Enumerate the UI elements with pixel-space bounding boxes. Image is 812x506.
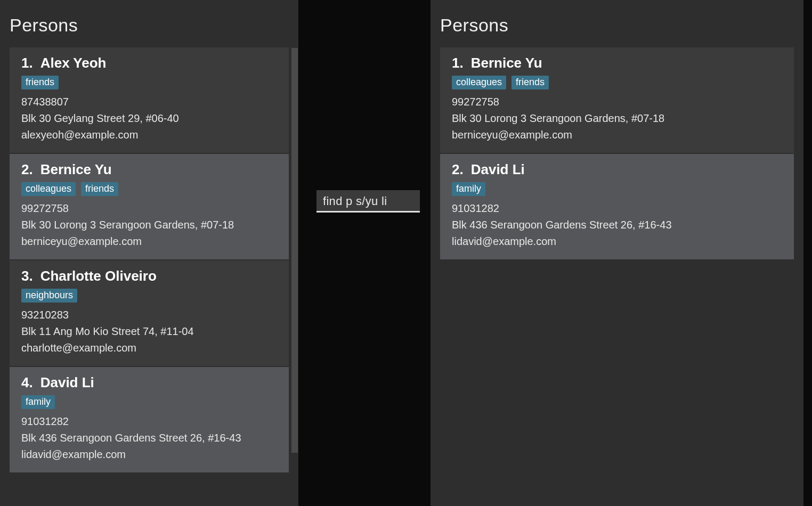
tag: family bbox=[452, 182, 485, 196]
person-email: lidavid@example.com bbox=[452, 233, 782, 250]
panel-title: Persons bbox=[431, 10, 803, 47]
command-input[interactable]: find p s/yu li bbox=[316, 190, 420, 213]
person-email: lidavid@example.com bbox=[21, 446, 277, 463]
person-name: Bernice Yu bbox=[471, 55, 542, 71]
person-address: Blk 436 Serangoon Gardens Street 26, #16… bbox=[21, 430, 277, 446]
person-index: 1. bbox=[452, 55, 464, 71]
person-name: Charlotte Oliveiro bbox=[40, 268, 157, 284]
persons-list: 1.Alex Yeohfriends87438807Blk 30 Geylang… bbox=[0, 47, 298, 472]
person-email: berniceyu@example.com bbox=[452, 127, 782, 143]
tag: friends bbox=[21, 76, 59, 89]
person-address: Blk 30 Geylang Street 29, #06-40 bbox=[21, 110, 277, 127]
person-address: Blk 30 Lorong 3 Serangoon Gardens, #07-1… bbox=[452, 110, 782, 127]
command-text: find p s/yu li bbox=[323, 194, 413, 208]
tag: friends bbox=[81, 182, 118, 196]
person-tags: colleaguesfriends bbox=[452, 76, 782, 89]
person-name: Alex Yeoh bbox=[40, 55, 107, 71]
person-email: berniceyu@example.com bbox=[21, 233, 277, 250]
person-name-row: 1.Alex Yeoh bbox=[21, 55, 277, 71]
person-card[interactable]: 4.David Lifamily91031282Blk 436 Serangoo… bbox=[10, 367, 289, 472]
person-tags: family bbox=[452, 182, 782, 196]
person-index: 2. bbox=[452, 161, 464, 178]
person-phone: 91031282 bbox=[452, 200, 782, 217]
person-index: 4. bbox=[21, 374, 33, 391]
person-card[interactable]: 2.David Lifamily91031282Blk 436 Serangoo… bbox=[440, 154, 794, 259]
person-name: David Li bbox=[40, 374, 94, 391]
person-phone: 91031282 bbox=[21, 413, 277, 430]
panel-title: Persons bbox=[0, 10, 298, 47]
person-phone: 99272758 bbox=[21, 200, 277, 217]
person-name: David Li bbox=[471, 161, 525, 178]
person-name-row: 1.Bernice Yu bbox=[452, 55, 782, 71]
person-address: Blk 436 Serangoon Gardens Street 26, #16… bbox=[452, 217, 782, 233]
tag: colleagues bbox=[452, 76, 506, 89]
persons-panel-after: Persons 1.Bernice Yucolleaguesfriends992… bbox=[431, 0, 803, 506]
persons-panel-before: Persons 1.Alex Yeohfriends87438807Blk 30… bbox=[0, 0, 298, 506]
person-tags: colleaguesfriends bbox=[21, 182, 277, 196]
person-tags: family bbox=[21, 395, 277, 409]
person-card[interactable]: 1.Alex Yeohfriends87438807Blk 30 Geylang… bbox=[10, 47, 289, 153]
person-phone: 87438807 bbox=[21, 94, 277, 110]
person-tags: friends bbox=[21, 76, 277, 89]
scrollbar-thumb[interactable] bbox=[291, 48, 298, 453]
tag: colleagues bbox=[21, 182, 76, 196]
person-index: 2. bbox=[21, 161, 33, 178]
person-name-row: 4.David Li bbox=[21, 374, 277, 391]
person-name-row: 3.Charlotte Oliveiro bbox=[21, 268, 277, 284]
person-address: Blk 30 Lorong 3 Serangoon Gardens, #07-1… bbox=[21, 217, 277, 233]
person-index: 1. bbox=[21, 55, 33, 71]
persons-list: 1.Bernice Yucolleaguesfriends99272758Blk… bbox=[431, 47, 803, 259]
person-card[interactable]: 3.Charlotte Oliveironeighbours93210283Bl… bbox=[10, 260, 289, 366]
person-name-row: 2.David Li bbox=[452, 161, 782, 178]
person-email: alexyeoh@example.com bbox=[21, 127, 277, 143]
person-phone: 99272758 bbox=[452, 94, 782, 110]
tag: neighbours bbox=[21, 289, 77, 303]
person-tags: neighbours bbox=[21, 289, 277, 303]
person-phone: 93210283 bbox=[21, 307, 277, 323]
tag: friends bbox=[511, 76, 549, 89]
person-name-row: 2.Bernice Yu bbox=[21, 161, 277, 178]
person-address: Blk 11 Ang Mo Kio Street 74, #11-04 bbox=[21, 323, 277, 340]
person-email: charlotte@example.com bbox=[21, 340, 277, 356]
person-index: 3. bbox=[21, 268, 33, 284]
person-name: Bernice Yu bbox=[40, 161, 112, 178]
tag: family bbox=[21, 395, 55, 409]
person-card[interactable]: 2.Bernice Yucolleaguesfriends99272758Blk… bbox=[10, 154, 289, 259]
person-card[interactable]: 1.Bernice Yucolleaguesfriends99272758Blk… bbox=[440, 47, 794, 153]
